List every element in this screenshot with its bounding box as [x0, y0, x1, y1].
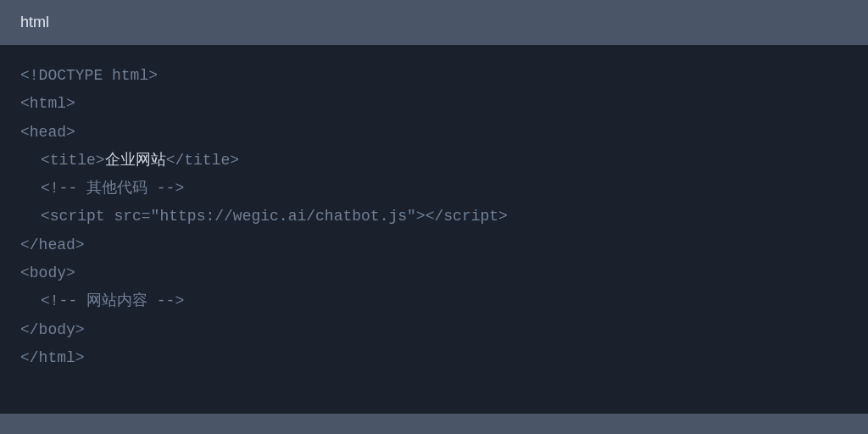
code-line: </html> — [20, 344, 848, 372]
code-line: </body> — [20, 316, 848, 344]
code-line: </head> — [20, 231, 848, 259]
code-line: <head> — [20, 119, 848, 147]
code-line: <!-- 其他代码 --> — [20, 175, 848, 203]
code-line: <!DOCTYPE html> — [20, 62, 848, 90]
language-label: html — [20, 14, 49, 31]
code-line: <script src="https://wegic.ai/chatbot.js… — [20, 203, 848, 231]
code-line: <body> — [20, 259, 848, 287]
code-language-header: html — [0, 0, 868, 45]
code-line: <title>企业网站</title> — [20, 147, 848, 175]
code-footer — [0, 414, 868, 434]
code-line: <!-- 网站内容 --> — [20, 287, 848, 315]
code-content: <!DOCTYPE html> <html> <head> <title>企业网… — [0, 45, 868, 414]
code-line: <html> — [20, 90, 848, 118]
code-block-container: html <!DOCTYPE html> <html> <head> <titl… — [0, 0, 868, 434]
